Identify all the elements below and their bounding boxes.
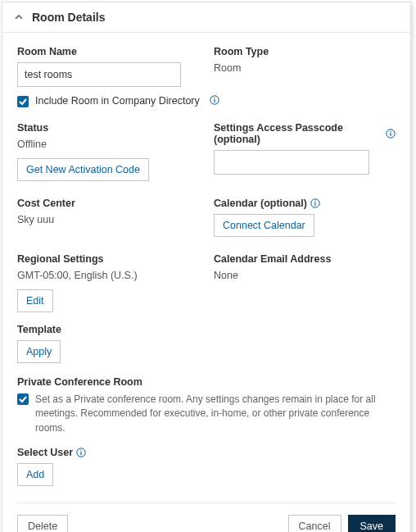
svg-rect-6 (390, 131, 391, 132)
template-field: Template Apply (17, 324, 199, 363)
passcode-input[interactable] (214, 150, 369, 175)
regional-field: Regional Settings GMT-05:00, English (U.… (17, 253, 199, 312)
info-icon[interactable] (310, 198, 320, 208)
private-room-field: Private Conference Room Set as a Private… (17, 376, 396, 435)
connect-calendar-button[interactable]: Connect Calendar (214, 214, 314, 237)
svg-rect-13 (81, 450, 82, 451)
delete-button[interactable]: Delete (17, 515, 68, 532)
room-name-label: Room Name (17, 46, 199, 57)
panel-footer: Delete Cancel Save (17, 502, 396, 532)
svg-rect-0 (17, 96, 29, 107)
calendar-email-label: Calendar Email Address (214, 253, 396, 265)
add-user-button[interactable]: Add (17, 463, 53, 486)
chevron-up-icon[interactable] (14, 12, 24, 22)
status-label: Status (17, 122, 199, 134)
private-room-checkbox-row[interactable]: Set as a Private conference room. Any se… (17, 393, 396, 435)
cost-center-label: Cost Center (17, 198, 199, 209)
select-user-label: Select User (17, 447, 396, 458)
svg-rect-2 (214, 99, 215, 102)
calendar-email-value: None (214, 270, 396, 281)
svg-rect-9 (314, 201, 315, 202)
svg-rect-10 (17, 393, 29, 405)
checkbox-checked-icon (17, 393, 29, 405)
panel-title: Room Details (32, 11, 105, 24)
room-type-value: Room (214, 62, 396, 74)
room-type-field: Room Type Room (214, 46, 396, 87)
passcode-label: Settings Access Passcode (optional) (214, 122, 396, 145)
room-type-label: Room Type (214, 46, 396, 57)
cost-center-field: Cost Center Sky uuu (17, 198, 199, 237)
calendar-email-field: Calendar Email Address None (214, 253, 396, 312)
calendar-field: Calendar (optional) Connect Calendar (214, 198, 396, 237)
room-name-input[interactable] (17, 62, 181, 87)
room-name-field: Room Name (17, 46, 199, 87)
status-field: Status Offline Get New Activation Code (17, 122, 199, 181)
select-user-field: Select User Add (17, 447, 396, 486)
svg-rect-5 (390, 133, 391, 136)
info-icon[interactable] (210, 95, 219, 105)
checkbox-checked-icon (17, 96, 29, 107)
save-button[interactable]: Save (348, 515, 396, 532)
svg-rect-8 (314, 202, 315, 206)
directory-field: Include Room in Company Directory (17, 95, 396, 107)
status-value: Offline (17, 139, 199, 150)
directory-checkbox-row[interactable]: Include Room in Company Directory (17, 95, 396, 107)
cancel-button[interactable]: Cancel (288, 515, 341, 532)
svg-rect-12 (81, 452, 82, 455)
apply-template-button[interactable]: Apply (17, 340, 61, 363)
directory-checkbox-label: Include Room in Company Directory (35, 95, 200, 107)
regional-value: GMT-05:00, English (U.S.) (17, 270, 199, 281)
cost-center-value: Sky uuu (17, 214, 199, 225)
passcode-field: Settings Access Passcode (optional) (214, 122, 396, 181)
get-activation-code-button[interactable]: Get New Activation Code (17, 158, 149, 181)
panel-body: Room Name Room Type Room Include Room in… (2, 33, 410, 532)
regional-label: Regional Settings (17, 253, 199, 265)
private-room-label: Private Conference Room (17, 376, 396, 388)
room-details-panel: Room Details Room Name Room Type Room In… (2, 2, 411, 532)
info-icon[interactable] (76, 448, 86, 457)
edit-regional-button[interactable]: Edit (17, 289, 53, 312)
calendar-label: Calendar (optional) (214, 198, 396, 209)
info-icon[interactable] (386, 129, 396, 139)
private-room-desc: Set as a Private conference room. Any se… (35, 393, 396, 435)
panel-header: Room Details (2, 2, 410, 33)
template-label: Template (17, 324, 199, 335)
svg-rect-3 (214, 98, 215, 98)
